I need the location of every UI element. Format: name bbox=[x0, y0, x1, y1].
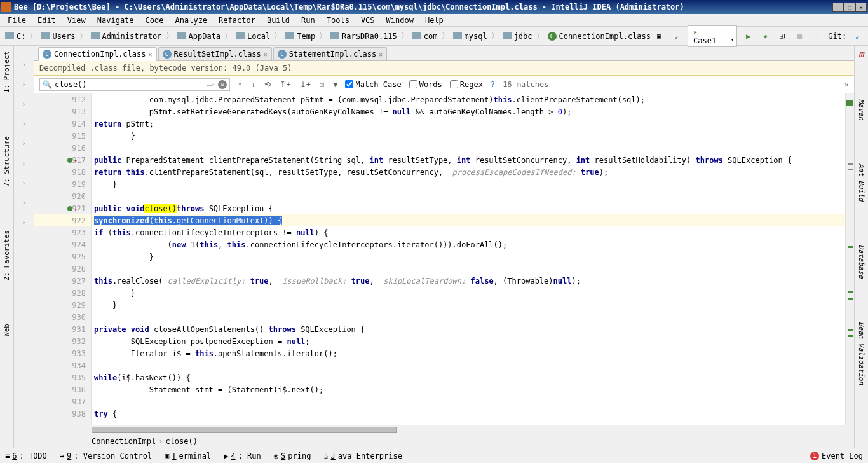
code-line[interactable] bbox=[92, 142, 845, 154]
code-line[interactable]: (new 1(this, this.connectionLifecycleInt… bbox=[92, 238, 845, 251]
menu-navigate[interactable]: Navigate bbox=[92, 15, 139, 26]
minimize-button[interactable]: _ bbox=[832, 3, 844, 12]
tool-window-tab[interactable]: Bean Validation bbox=[856, 319, 867, 387]
code-line[interactable]: } bbox=[92, 178, 845, 190]
chevron-right-icon[interactable]: › bbox=[14, 100, 34, 107]
code-line[interactable]: SQLException postponedException = null; bbox=[92, 335, 845, 347]
mark-match[interactable] bbox=[848, 291, 853, 293]
bottom-tool-versioncontrol[interactable]: ↪ 9: Version Control bbox=[60, 452, 152, 460]
regex-checkbox[interactable]: Regex bbox=[450, 80, 483, 89]
error-stripe[interactable] bbox=[845, 93, 854, 425]
gutter-line[interactable]: 937 bbox=[34, 396, 91, 408]
event-log[interactable]: 1 Event Log bbox=[810, 452, 863, 460]
gutter-line[interactable]: 916 bbox=[34, 142, 91, 154]
next-match-icon[interactable]: ↓ bbox=[251, 80, 255, 89]
bottom-tool-todo[interactable]: ≡ 6: TODO bbox=[5, 452, 47, 460]
menu-analyze[interactable]: Analyze bbox=[170, 15, 213, 26]
code-line[interactable]: com.mysql.jdbc.PreparedStatement pStmt =… bbox=[92, 93, 845, 106]
tool-window-tab[interactable]: Maven bbox=[856, 97, 867, 123]
chevron-right-icon[interactable]: › bbox=[14, 199, 34, 206]
menu-vcs[interactable]: VCS bbox=[356, 15, 380, 26]
tool-window-tab[interactable]: 2: Favorites bbox=[1, 228, 12, 283]
code-line[interactable]: try { bbox=[92, 408, 845, 420]
debug-icon[interactable]: ✷ bbox=[759, 30, 771, 43]
tool-window-tab[interactable]: Database bbox=[856, 242, 867, 281]
code-area[interactable]: 9129139149159169179189199209219229239249… bbox=[34, 93, 854, 425]
build-icon[interactable]: ▣ bbox=[653, 30, 665, 43]
gutter-line[interactable]: 933 bbox=[34, 347, 91, 359]
gutter-line[interactable]: 912 bbox=[34, 93, 91, 106]
code-line[interactable]: private void closeAllOpenStatements() th… bbox=[92, 323, 845, 335]
gutter-line[interactable]: 936 bbox=[34, 384, 91, 396]
bottom-tool-terminal[interactable]: ▣ Terminal bbox=[165, 452, 211, 460]
gutter-line[interactable]: 938 bbox=[34, 408, 91, 420]
chevron-right-icon[interactable]: › bbox=[14, 120, 34, 127]
code-line[interactable]: pStmt.setRetrieveGeneratedKeys(autoGenKe… bbox=[92, 106, 845, 118]
help-icon[interactable]: ? bbox=[491, 80, 495, 89]
gutter-line[interactable]: 928 bbox=[34, 287, 91, 299]
code-line[interactable] bbox=[92, 396, 845, 408]
chevron-right-icon[interactable]: › bbox=[14, 140, 34, 147]
filter-icon[interactable]: ▼ bbox=[333, 80, 337, 89]
gutter-line[interactable]: 920 bbox=[34, 190, 91, 202]
breadcrumb-class[interactable]: ConnectionImpl bbox=[92, 437, 156, 446]
mark-match[interactable] bbox=[848, 246, 853, 248]
chevron-right-icon[interactable]: › bbox=[14, 81, 34, 88]
git-update-icon[interactable]: ↙ bbox=[851, 30, 864, 43]
gutter-line[interactable]: 931 bbox=[34, 323, 91, 335]
breadcrumb-item[interactable]: com bbox=[410, 31, 440, 42]
gutter-line[interactable]: 921 bbox=[34, 202, 91, 214]
mark-occurrence[interactable] bbox=[848, 163, 853, 165]
close-button[interactable]: ✕ bbox=[855, 3, 867, 12]
editor-tab[interactable]: CResultSetImpl.class✕ bbox=[158, 47, 272, 60]
breadcrumb-item[interactable]: C: bbox=[3, 31, 28, 42]
editor-tab[interactable]: CStatementImpl.class✕ bbox=[273, 47, 387, 60]
bottom-tool-run[interactable]: ▶ 4: Run bbox=[224, 452, 261, 460]
bottom-tool-javaenterprise[interactable]: ☕ Java Enterprise bbox=[323, 452, 402, 460]
code-line[interactable]: Iterator i$ = this.openStatements.iterat… bbox=[92, 347, 845, 359]
menu-code[interactable]: Code bbox=[140, 15, 169, 26]
code-line[interactable] bbox=[92, 359, 845, 371]
prev-match-icon[interactable]: ↑ bbox=[238, 80, 242, 89]
code-line[interactable]: } bbox=[92, 251, 845, 263]
gutter-line[interactable]: 927 bbox=[34, 275, 91, 287]
code-line[interactable]: synchronized(this.getConnectionMutex()) … bbox=[92, 214, 845, 226]
menu-view[interactable]: View bbox=[62, 15, 91, 26]
breadcrumb-method[interactable]: close() bbox=[165, 437, 198, 446]
menu-run[interactable]: Run bbox=[296, 15, 320, 26]
breadcrumb-item[interactable]: Local bbox=[233, 31, 273, 42]
menu-file[interactable]: File bbox=[3, 15, 31, 26]
code-line[interactable]: } bbox=[92, 287, 845, 299]
coverage-icon[interactable]: ⛨ bbox=[776, 30, 789, 43]
menu-tools[interactable]: Tools bbox=[322, 15, 355, 26]
gutter-line[interactable]: 932 bbox=[34, 335, 91, 347]
breadcrumb-item[interactable]: CConnectionImpl.class bbox=[545, 31, 654, 42]
words-checkbox[interactable]: Words bbox=[409, 80, 442, 89]
close-tab-icon[interactable]: ✕ bbox=[149, 51, 153, 58]
code-text[interactable]: com.mysql.jdbc.PreparedStatement pStmt =… bbox=[92, 93, 845, 425]
horizontal-scrollbar[interactable] bbox=[34, 425, 854, 434]
breadcrumb-item[interactable]: Rar$DRa0.115 bbox=[328, 31, 400, 42]
breadcrumb-item[interactable]: mysql bbox=[451, 31, 490, 42]
gutter-line[interactable]: 930 bbox=[34, 311, 91, 323]
code-line[interactable]: if (this.connectionLifecycleInterceptors… bbox=[92, 226, 845, 238]
code-line[interactable]: } bbox=[92, 130, 845, 142]
find-input[interactable] bbox=[55, 80, 207, 89]
code-line[interactable] bbox=[92, 311, 845, 323]
match-case-checkbox[interactable]: Match Case bbox=[345, 80, 401, 89]
menu-help[interactable]: Help bbox=[420, 15, 449, 26]
scrollbar-thumb[interactable] bbox=[92, 427, 397, 433]
gutter-line[interactable]: 919 bbox=[34, 178, 91, 190]
code-line[interactable] bbox=[92, 190, 845, 202]
menu-refactor[interactable]: Refactor bbox=[214, 15, 261, 26]
mark-occurrence[interactable] bbox=[848, 169, 853, 170]
gutter-line[interactable]: 934 bbox=[34, 359, 91, 371]
menu-window[interactable]: Window bbox=[381, 15, 419, 26]
gutter-line[interactable]: 915 bbox=[34, 130, 91, 142]
sync-icon[interactable]: ↙ bbox=[670, 30, 682, 43]
stop-icon[interactable]: ■ bbox=[794, 30, 806, 43]
breadcrumb-item[interactable]: Users bbox=[38, 31, 78, 42]
gutter-line[interactable]: 926 bbox=[34, 263, 91, 275]
code-line[interactable]: public void close() throws SQLException … bbox=[92, 202, 845, 214]
export-icon[interactable]: ☑ bbox=[320, 80, 324, 89]
